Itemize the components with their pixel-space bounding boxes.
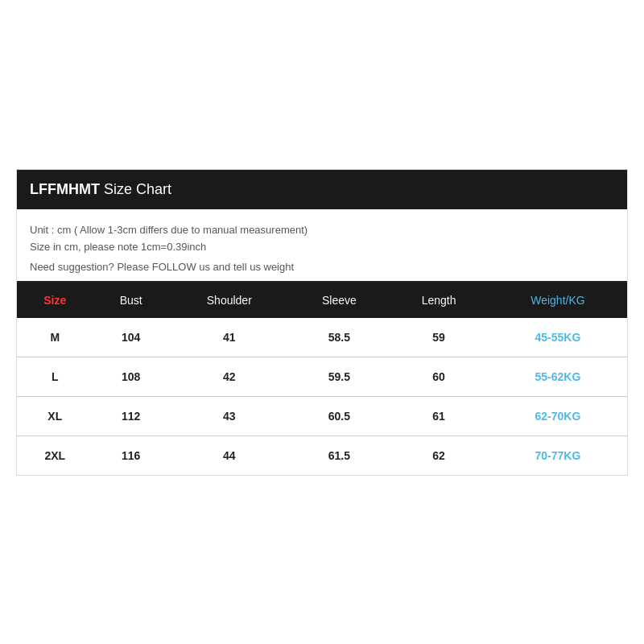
table-body: M1044158.55945-55KGL1084259.56055-62KGXL…: [17, 318, 627, 475]
note-line-1: Unit : cm ( Allow 1-3cm differs due to m…: [30, 224, 614, 236]
col-weight: Weight/KG: [489, 283, 627, 318]
cell-length: 59: [389, 318, 489, 357]
col-sleeve: Sleeve: [290, 283, 390, 318]
chart-label: Size Chart: [100, 181, 171, 197]
size-chart-container: LFFMHMT Size Chart Unit : cm ( Allow 1-3…: [16, 169, 628, 476]
cell-bust: 116: [93, 436, 168, 475]
cell-size: L: [17, 357, 93, 396]
table-header: Size Bust Shoulder Sleeve Length Weight/…: [17, 283, 627, 318]
cell-weight: 70-77KG: [489, 436, 627, 475]
col-shoulder: Shoulder: [169, 283, 290, 318]
cell-bust: 108: [93, 357, 168, 396]
note-line-2: Size in cm, please note 1cm=0.39inch: [30, 241, 614, 253]
col-bust: Bust: [93, 283, 168, 318]
cell-length: 62: [389, 436, 489, 475]
cell-length: 61: [389, 396, 489, 436]
table-row: L1084259.56055-62KG: [17, 357, 627, 396]
cell-sleeve: 58.5: [290, 318, 390, 357]
cell-shoulder: 44: [169, 436, 290, 475]
size-table: Size Bust Shoulder Sleeve Length Weight/…: [17, 283, 627, 475]
cell-shoulder: 42: [169, 357, 290, 396]
brand-name: LFFMHMT: [30, 181, 100, 197]
notes-section: Unit : cm ( Allow 1-3cm differs due to m…: [17, 209, 627, 283]
table-row: XL1124360.56162-70KG: [17, 396, 627, 436]
cell-size: 2XL: [17, 436, 93, 475]
note-suggestion: Need suggestion? Please FOLLOW us and te…: [30, 261, 614, 273]
cell-bust: 112: [93, 396, 168, 436]
cell-weight: 45-55KG: [489, 318, 627, 357]
cell-shoulder: 41: [169, 318, 290, 357]
cell-weight: 62-70KG: [489, 396, 627, 436]
col-length: Length: [389, 283, 489, 318]
cell-weight: 55-62KG: [489, 357, 627, 396]
cell-sleeve: 61.5: [290, 436, 390, 475]
cell-size: XL: [17, 396, 93, 436]
cell-size: M: [17, 318, 93, 357]
table-row: M1044158.55945-55KG: [17, 318, 627, 357]
chart-header: LFFMHMT Size Chart: [17, 170, 627, 209]
cell-shoulder: 43: [169, 396, 290, 436]
col-size: Size: [17, 283, 93, 318]
cell-sleeve: 59.5: [290, 357, 390, 396]
cell-bust: 104: [93, 318, 168, 357]
cell-length: 60: [389, 357, 489, 396]
header-row: Size Bust Shoulder Sleeve Length Weight/…: [17, 283, 627, 318]
table-row: 2XL1164461.56270-77KG: [17, 436, 627, 475]
cell-sleeve: 60.5: [290, 396, 390, 436]
